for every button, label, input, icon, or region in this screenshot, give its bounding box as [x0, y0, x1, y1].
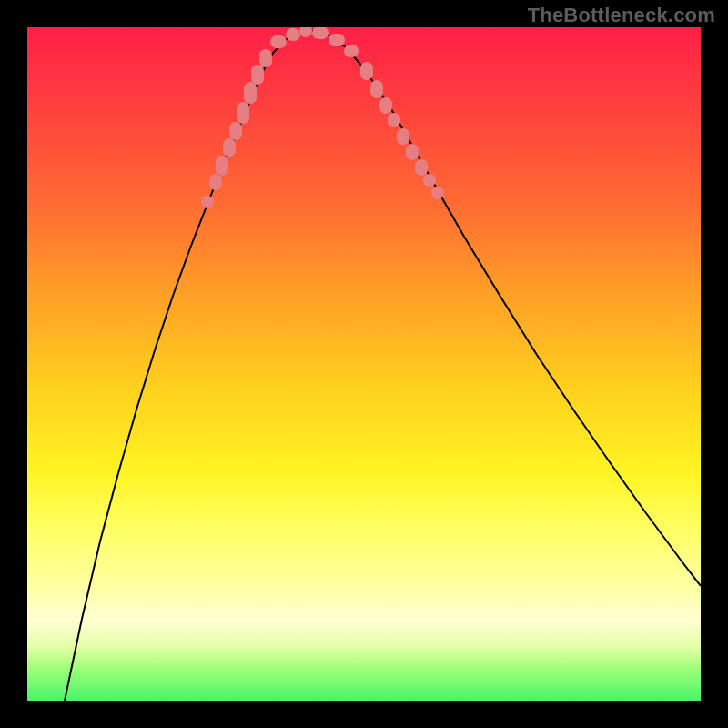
- data-dot: [370, 80, 383, 98]
- chart-stage: TheBottleneck.com: [0, 0, 728, 728]
- data-dot: [423, 174, 436, 187]
- data-dot: [244, 82, 257, 104]
- data-dot: [329, 34, 345, 46]
- data-dots-layer: [27, 27, 701, 701]
- data-dot: [312, 27, 329, 39]
- data-dot: [216, 156, 228, 176]
- data-dot: [251, 65, 264, 85]
- data-dot: [286, 28, 300, 41]
- data-dot: [229, 122, 242, 140]
- watermark-text: TheBottleneck.com: [528, 4, 715, 27]
- data-dot: [397, 128, 410, 145]
- data-dot: [415, 159, 428, 176]
- data-dot: [360, 62, 373, 80]
- data-dot: [201, 196, 214, 208]
- data-dot: [379, 97, 392, 114]
- data-dot: [223, 138, 236, 157]
- data-dot: [259, 49, 272, 67]
- data-dot: [406, 144, 419, 160]
- data-dot: [431, 187, 444, 199]
- data-dot: [388, 113, 400, 127]
- data-dot: [270, 35, 287, 48]
- plot-area: [27, 27, 701, 701]
- data-dot: [299, 27, 312, 37]
- data-dot: [237, 102, 249, 124]
- data-dot: [344, 45, 359, 57]
- data-dot: [209, 174, 222, 190]
